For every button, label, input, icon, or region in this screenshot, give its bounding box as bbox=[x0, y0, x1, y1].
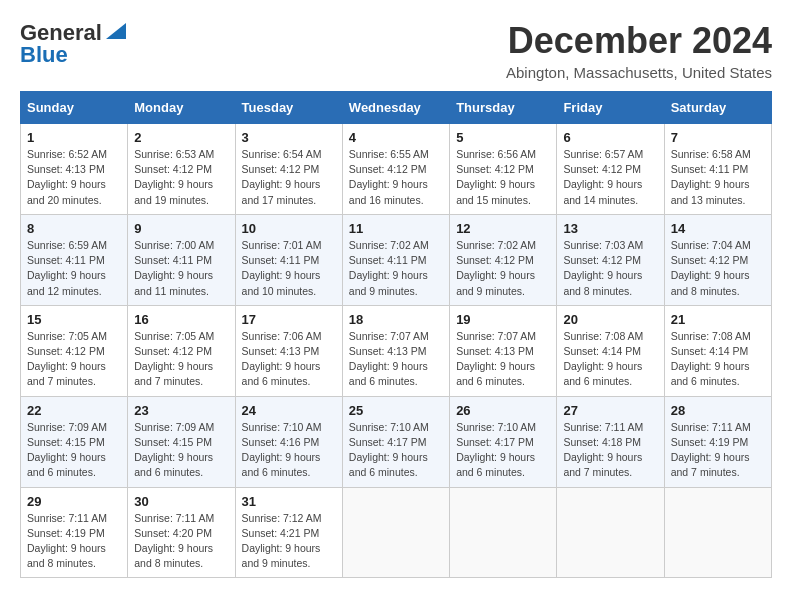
day-info: Sunrise: 6:58 AMSunset: 4:11 PMDaylight:… bbox=[671, 147, 765, 208]
logo: General Blue bbox=[20, 20, 126, 68]
table-cell: 11Sunrise: 7:02 AMSunset: 4:11 PMDayligh… bbox=[342, 214, 449, 305]
table-cell: 29Sunrise: 7:11 AMSunset: 4:19 PMDayligh… bbox=[21, 487, 128, 578]
day-info: Sunrise: 7:05 AMSunset: 4:12 PMDaylight:… bbox=[27, 329, 121, 390]
day-number: 26 bbox=[456, 403, 550, 418]
day-info: Sunrise: 7:02 AMSunset: 4:11 PMDaylight:… bbox=[349, 238, 443, 299]
day-number: 28 bbox=[671, 403, 765, 418]
logo-blue: Blue bbox=[20, 42, 68, 68]
table-cell: 14Sunrise: 7:04 AMSunset: 4:12 PMDayligh… bbox=[664, 214, 771, 305]
day-number: 30 bbox=[134, 494, 228, 509]
day-number: 9 bbox=[134, 221, 228, 236]
day-number: 11 bbox=[349, 221, 443, 236]
title-area: December 2024 Abington, Massachusetts, U… bbox=[506, 20, 772, 81]
table-cell: 2Sunrise: 6:53 AMSunset: 4:12 PMDaylight… bbox=[128, 124, 235, 215]
day-number: 14 bbox=[671, 221, 765, 236]
table-cell: 12Sunrise: 7:02 AMSunset: 4:12 PMDayligh… bbox=[450, 214, 557, 305]
day-info: Sunrise: 6:56 AMSunset: 4:12 PMDaylight:… bbox=[456, 147, 550, 208]
table-cell: 8Sunrise: 6:59 AMSunset: 4:11 PMDaylight… bbox=[21, 214, 128, 305]
table-cell: 27Sunrise: 7:11 AMSunset: 4:18 PMDayligh… bbox=[557, 396, 664, 487]
day-number: 15 bbox=[27, 312, 121, 327]
day-number: 10 bbox=[242, 221, 336, 236]
table-cell: 21Sunrise: 7:08 AMSunset: 4:14 PMDayligh… bbox=[664, 305, 771, 396]
day-number: 31 bbox=[242, 494, 336, 509]
week-row-4: 22Sunrise: 7:09 AMSunset: 4:15 PMDayligh… bbox=[21, 396, 772, 487]
day-number: 29 bbox=[27, 494, 121, 509]
day-number: 8 bbox=[27, 221, 121, 236]
table-cell: 31Sunrise: 7:12 AMSunset: 4:21 PMDayligh… bbox=[235, 487, 342, 578]
col-tuesday: Tuesday bbox=[235, 92, 342, 124]
day-number: 5 bbox=[456, 130, 550, 145]
day-info: Sunrise: 7:11 AMSunset: 4:19 PMDaylight:… bbox=[671, 420, 765, 481]
day-info: Sunrise: 7:10 AMSunset: 4:17 PMDaylight:… bbox=[349, 420, 443, 481]
day-number: 12 bbox=[456, 221, 550, 236]
col-sunday: Sunday bbox=[21, 92, 128, 124]
day-number: 1 bbox=[27, 130, 121, 145]
col-monday: Monday bbox=[128, 92, 235, 124]
day-info: Sunrise: 7:10 AMSunset: 4:17 PMDaylight:… bbox=[456, 420, 550, 481]
col-thursday: Thursday bbox=[450, 92, 557, 124]
day-number: 3 bbox=[242, 130, 336, 145]
table-cell: 28Sunrise: 7:11 AMSunset: 4:19 PMDayligh… bbox=[664, 396, 771, 487]
table-cell bbox=[342, 487, 449, 578]
col-saturday: Saturday bbox=[664, 92, 771, 124]
day-info: Sunrise: 7:08 AMSunset: 4:14 PMDaylight:… bbox=[671, 329, 765, 390]
logo-icon bbox=[106, 23, 126, 39]
day-number: 21 bbox=[671, 312, 765, 327]
day-number: 20 bbox=[563, 312, 657, 327]
day-info: Sunrise: 6:53 AMSunset: 4:12 PMDaylight:… bbox=[134, 147, 228, 208]
week-row-3: 15Sunrise: 7:05 AMSunset: 4:12 PMDayligh… bbox=[21, 305, 772, 396]
table-cell: 22Sunrise: 7:09 AMSunset: 4:15 PMDayligh… bbox=[21, 396, 128, 487]
day-info: Sunrise: 7:04 AMSunset: 4:12 PMDaylight:… bbox=[671, 238, 765, 299]
table-cell: 24Sunrise: 7:10 AMSunset: 4:16 PMDayligh… bbox=[235, 396, 342, 487]
day-info: Sunrise: 7:11 AMSunset: 4:19 PMDaylight:… bbox=[27, 511, 121, 572]
table-cell: 5Sunrise: 6:56 AMSunset: 4:12 PMDaylight… bbox=[450, 124, 557, 215]
table-cell bbox=[664, 487, 771, 578]
table-cell: 4Sunrise: 6:55 AMSunset: 4:12 PMDaylight… bbox=[342, 124, 449, 215]
table-cell: 30Sunrise: 7:11 AMSunset: 4:20 PMDayligh… bbox=[128, 487, 235, 578]
table-cell: 23Sunrise: 7:09 AMSunset: 4:15 PMDayligh… bbox=[128, 396, 235, 487]
day-info: Sunrise: 7:10 AMSunset: 4:16 PMDaylight:… bbox=[242, 420, 336, 481]
day-number: 25 bbox=[349, 403, 443, 418]
svg-marker-0 bbox=[106, 23, 126, 39]
day-number: 22 bbox=[27, 403, 121, 418]
col-friday: Friday bbox=[557, 92, 664, 124]
day-info: Sunrise: 6:57 AMSunset: 4:12 PMDaylight:… bbox=[563, 147, 657, 208]
table-cell: 17Sunrise: 7:06 AMSunset: 4:13 PMDayligh… bbox=[235, 305, 342, 396]
table-cell: 25Sunrise: 7:10 AMSunset: 4:17 PMDayligh… bbox=[342, 396, 449, 487]
day-info: Sunrise: 7:01 AMSunset: 4:11 PMDaylight:… bbox=[242, 238, 336, 299]
table-cell: 19Sunrise: 7:07 AMSunset: 4:13 PMDayligh… bbox=[450, 305, 557, 396]
day-number: 17 bbox=[242, 312, 336, 327]
day-number: 2 bbox=[134, 130, 228, 145]
day-number: 7 bbox=[671, 130, 765, 145]
day-info: Sunrise: 7:02 AMSunset: 4:12 PMDaylight:… bbox=[456, 238, 550, 299]
day-info: Sunrise: 6:52 AMSunset: 4:13 PMDaylight:… bbox=[27, 147, 121, 208]
day-info: Sunrise: 7:07 AMSunset: 4:13 PMDaylight:… bbox=[349, 329, 443, 390]
day-info: Sunrise: 7:06 AMSunset: 4:13 PMDaylight:… bbox=[242, 329, 336, 390]
day-info: Sunrise: 6:55 AMSunset: 4:12 PMDaylight:… bbox=[349, 147, 443, 208]
day-info: Sunrise: 7:09 AMSunset: 4:15 PMDaylight:… bbox=[27, 420, 121, 481]
table-cell: 13Sunrise: 7:03 AMSunset: 4:12 PMDayligh… bbox=[557, 214, 664, 305]
day-number: 6 bbox=[563, 130, 657, 145]
day-number: 4 bbox=[349, 130, 443, 145]
day-number: 24 bbox=[242, 403, 336, 418]
day-info: Sunrise: 7:07 AMSunset: 4:13 PMDaylight:… bbox=[456, 329, 550, 390]
page-header: General Blue December 2024 Abington, Mas… bbox=[20, 20, 772, 81]
day-info: Sunrise: 7:11 AMSunset: 4:18 PMDaylight:… bbox=[563, 420, 657, 481]
table-cell: 1Sunrise: 6:52 AMSunset: 4:13 PMDaylight… bbox=[21, 124, 128, 215]
table-cell: 20Sunrise: 7:08 AMSunset: 4:14 PMDayligh… bbox=[557, 305, 664, 396]
day-info: Sunrise: 6:59 AMSunset: 4:11 PMDaylight:… bbox=[27, 238, 121, 299]
day-number: 19 bbox=[456, 312, 550, 327]
table-cell bbox=[450, 487, 557, 578]
day-info: Sunrise: 7:09 AMSunset: 4:15 PMDaylight:… bbox=[134, 420, 228, 481]
day-info: Sunrise: 7:12 AMSunset: 4:21 PMDaylight:… bbox=[242, 511, 336, 572]
table-cell: 6Sunrise: 6:57 AMSunset: 4:12 PMDaylight… bbox=[557, 124, 664, 215]
table-cell: 26Sunrise: 7:10 AMSunset: 4:17 PMDayligh… bbox=[450, 396, 557, 487]
table-cell: 9Sunrise: 7:00 AMSunset: 4:11 PMDaylight… bbox=[128, 214, 235, 305]
table-cell: 7Sunrise: 6:58 AMSunset: 4:11 PMDaylight… bbox=[664, 124, 771, 215]
table-cell: 15Sunrise: 7:05 AMSunset: 4:12 PMDayligh… bbox=[21, 305, 128, 396]
table-cell: 16Sunrise: 7:05 AMSunset: 4:12 PMDayligh… bbox=[128, 305, 235, 396]
week-row-5: 29Sunrise: 7:11 AMSunset: 4:19 PMDayligh… bbox=[21, 487, 772, 578]
day-number: 16 bbox=[134, 312, 228, 327]
day-number: 23 bbox=[134, 403, 228, 418]
day-info: Sunrise: 7:00 AMSunset: 4:11 PMDaylight:… bbox=[134, 238, 228, 299]
